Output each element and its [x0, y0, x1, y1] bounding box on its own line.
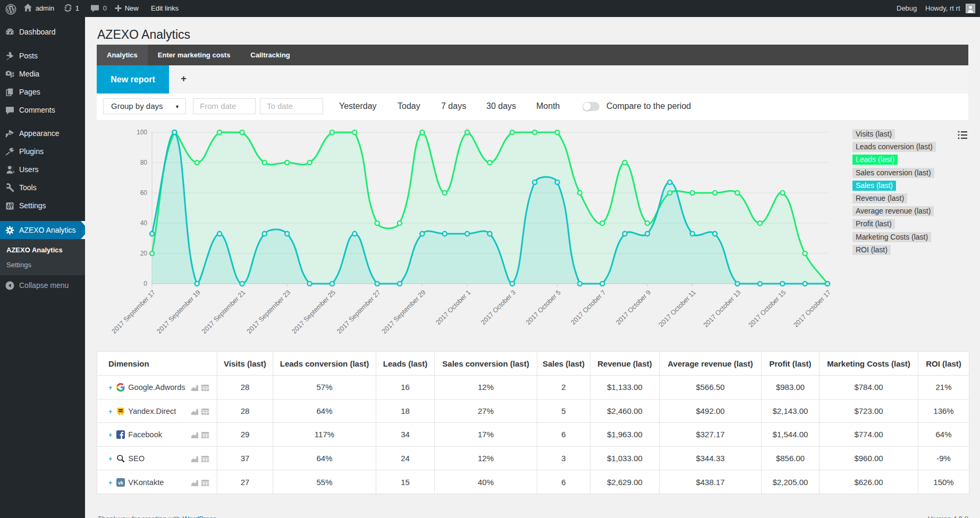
svg-text:2017 October 5: 2017 October 5	[525, 288, 562, 326]
svg-text:2017 October 13: 2017 October 13	[702, 288, 742, 329]
svg-text:2017 October 11: 2017 October 11	[657, 288, 697, 328]
svg-text:2017 September 17: 2017 September 17	[111, 288, 157, 335]
svg-text:2017 October 1: 2017 October 1	[434, 288, 472, 326]
svg-text:2017 October 17: 2017 October 17	[792, 288, 832, 329]
svg-text:60: 60	[140, 189, 148, 197]
svg-text:2017 September 25: 2017 September 25	[290, 288, 337, 335]
svg-text:80: 80	[140, 159, 148, 166]
svg-text:2017 September 29: 2017 September 29	[381, 288, 427, 335]
svg-text:2017 September 27: 2017 September 27	[335, 288, 382, 335]
svg-text:2017 October 3: 2017 October 3	[479, 288, 517, 326]
svg-text:2017 September 23: 2017 September 23	[246, 288, 292, 335]
svg-text:20: 20	[140, 250, 148, 257]
svg-text:100: 100	[137, 129, 147, 136]
svg-text:2017 October 7: 2017 October 7	[570, 288, 607, 326]
svg-text:vk: vk	[119, 480, 124, 485]
svg-text:0: 0	[143, 280, 147, 287]
svg-text:2017 October 15: 2017 October 15	[747, 288, 788, 329]
svg-text:40: 40	[140, 219, 148, 227]
svg-text:2017 October 9: 2017 October 9	[614, 288, 652, 326]
svg-text:2017 September 19: 2017 September 19	[155, 288, 202, 335]
svg-text:2017 September 21: 2017 September 21	[200, 288, 247, 335]
